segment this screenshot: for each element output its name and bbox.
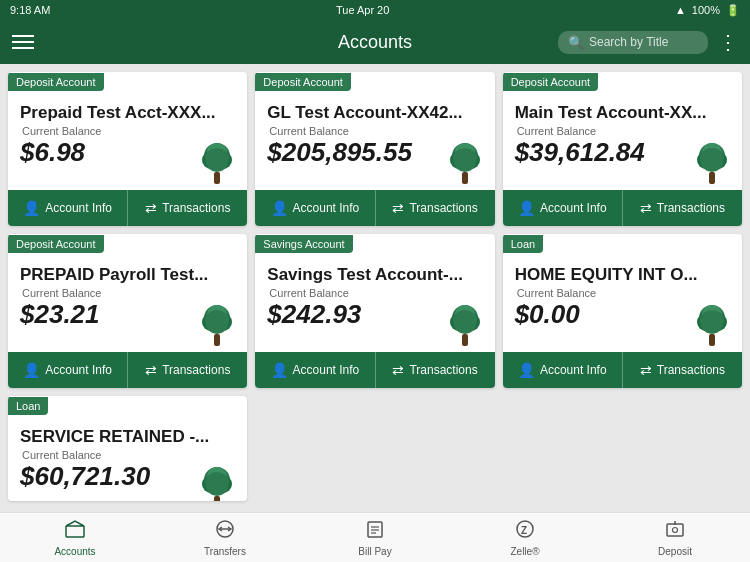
card-body: GL Test Account-XX42... Current Balance … — [255, 95, 494, 190]
tree-logo — [193, 140, 241, 188]
card-actions: 👤 Account Info ⇄ Transactions — [503, 352, 742, 388]
transactions-icon: ⇄ — [145, 362, 157, 378]
status-time: 9:18 AM — [10, 4, 50, 16]
more-menu-button[interactable]: ⋮ — [718, 30, 738, 54]
transactions-button[interactable]: ⇄ Transactions — [376, 352, 495, 388]
nav-bar-right: 🔍 Search by Title ⋮ — [558, 30, 738, 54]
card-type-badge: Loan — [503, 234, 742, 257]
balance-amount: $23.21 — [20, 299, 100, 330]
svg-rect-39 — [709, 334, 715, 346]
transactions-button[interactable]: ⇄ Transactions — [128, 352, 247, 388]
tab-billpay[interactable]: Bill Pay — [300, 513, 450, 562]
transactions-icon: ⇄ — [392, 362, 404, 378]
transfers-icon — [214, 519, 236, 544]
account-name: Savings Test Account-... — [267, 265, 482, 285]
card-body: Prepaid Test Acct-XXX... Current Balance… — [8, 95, 247, 190]
card-body: SERVICE RETAINED -... Current Balance $6… — [8, 419, 247, 501]
tab-deposit[interactable]: Deposit — [600, 513, 750, 562]
transactions-label: Transactions — [162, 363, 230, 377]
balance-label: Current Balance — [22, 125, 102, 137]
svg-point-41 — [700, 310, 724, 330]
transactions-label: Transactions — [657, 363, 725, 377]
transactions-label: Transactions — [409, 363, 477, 377]
svg-rect-32 — [462, 334, 468, 346]
card-type-badge: Deposit Account — [503, 72, 742, 95]
tree-logo — [688, 140, 736, 188]
battery-icon: 🔋 — [726, 4, 740, 17]
balance-label: Current Balance — [517, 287, 597, 299]
transactions-icon: ⇄ — [640, 200, 652, 216]
card-type-label: Savings Account — [255, 235, 352, 253]
card-type-label: Deposit Account — [8, 73, 104, 91]
tab-bar: Accounts Transfers Bill Pay Z — [0, 512, 750, 562]
account-card-a5: Savings Account Savings Test Account-...… — [255, 234, 494, 388]
account-info-label: Account Info — [45, 201, 112, 215]
card-actions: 👤 Account Info ⇄ Transactions — [8, 352, 247, 388]
transactions-button[interactable]: ⇄ Transactions — [376, 190, 495, 226]
transactions-icon: ⇄ — [640, 362, 652, 378]
account-card-a7: Loan SERVICE RETAINED -... Current Balan… — [8, 396, 247, 501]
card-type-badge: Deposit Account — [8, 72, 247, 95]
tree-logo — [688, 302, 736, 350]
card-type-label: Loan — [8, 397, 48, 415]
deposit-icon — [664, 519, 686, 544]
card-type-badge: Loan — [8, 396, 247, 419]
tab-transfers[interactable]: Transfers — [150, 513, 300, 562]
account-info-button[interactable]: 👤 Account Info — [255, 352, 375, 388]
account-info-icon: 👤 — [518, 200, 535, 216]
account-info-icon: 👤 — [271, 200, 288, 216]
tab-accounts-label: Accounts — [54, 546, 95, 557]
account-card-a4: Deposit Account PREPAID Payroll Test... … — [8, 234, 247, 388]
transactions-button[interactable]: ⇄ Transactions — [623, 190, 742, 226]
card-actions: 👤 Account Info ⇄ Transactions — [503, 190, 742, 226]
account-card-a6: Loan HOME EQUITY INT O... Current Balanc… — [503, 234, 742, 388]
account-info-button[interactable]: 👤 Account Info — [8, 352, 128, 388]
account-name: SERVICE RETAINED -... — [20, 427, 235, 447]
card-type-badge: Deposit Account — [8, 234, 247, 257]
balance-label: Current Balance — [517, 125, 597, 137]
account-info-icon: 👤 — [23, 200, 40, 216]
account-info-label: Account Info — [540, 201, 607, 215]
account-info-button[interactable]: 👤 Account Info — [8, 190, 128, 226]
tab-zelle[interactable]: Z Zelle® — [450, 513, 600, 562]
transactions-label: Transactions — [162, 201, 230, 215]
card-actions: 👤 Account Info ⇄ Transactions — [8, 190, 247, 226]
wifi-icon: ▲ — [675, 4, 686, 16]
svg-point-27 — [205, 310, 229, 330]
menu-button[interactable] — [12, 35, 34, 49]
card-type-label: Deposit Account — [8, 235, 104, 253]
tree-logo — [193, 302, 241, 350]
account-name: Prepaid Test Acct-XXX... — [20, 103, 235, 123]
account-info-icon: 👤 — [518, 362, 535, 378]
account-info-button[interactable]: 👤 Account Info — [503, 190, 623, 226]
tab-accounts[interactable]: Accounts — [0, 513, 150, 562]
account-name: HOME EQUITY INT O... — [515, 265, 730, 285]
account-info-label: Account Info — [293, 363, 360, 377]
transactions-label: Transactions — [409, 201, 477, 215]
search-box[interactable]: 🔍 Search by Title — [558, 31, 708, 54]
card-type-badge: Deposit Account — [255, 72, 494, 95]
account-info-icon: 👤 — [271, 362, 288, 378]
main-content: Deposit Account Prepaid Test Acct-XXX...… — [0, 64, 750, 512]
account-info-icon: 👤 — [23, 362, 40, 378]
status-date: Tue Apr 20 — [336, 4, 389, 16]
zelle-icon: Z — [514, 519, 536, 544]
svg-rect-25 — [214, 334, 220, 346]
balance-label: Current Balance — [269, 287, 349, 299]
card-type-label: Loan — [503, 235, 543, 253]
tab-transfers-label: Transfers — [204, 546, 246, 557]
transactions-icon: ⇄ — [145, 200, 157, 216]
svg-point-20 — [700, 148, 724, 168]
account-info-button[interactable]: 👤 Account Info — [503, 352, 623, 388]
svg-rect-11 — [462, 172, 468, 184]
transactions-button[interactable]: ⇄ Transactions — [623, 352, 742, 388]
account-info-button[interactable]: 👤 Account Info — [255, 190, 375, 226]
transactions-button[interactable]: ⇄ Transactions — [128, 190, 247, 226]
accounts-grid: Deposit Account Prepaid Test Acct-XXX...… — [8, 72, 742, 501]
svg-point-58 — [673, 527, 678, 532]
balance-amount: $205,895.55 — [267, 137, 412, 168]
svg-point-13 — [453, 148, 477, 168]
account-name: GL Test Account-XX42... — [267, 103, 482, 123]
account-card-a1: Deposit Account Prepaid Test Acct-XXX...… — [8, 72, 247, 226]
accounts-icon — [64, 519, 86, 544]
